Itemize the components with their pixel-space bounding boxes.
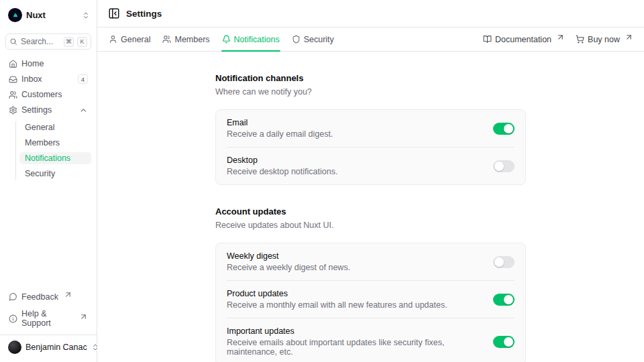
row-text: Weekly digest Receive a weekly digest of…: [227, 251, 350, 272]
sidebar-item-label: Home: [21, 59, 44, 68]
row-title: Desktop: [227, 156, 337, 165]
sidebar-item-home[interactable]: Home: [5, 58, 91, 70]
panel-left-close-icon[interactable]: [108, 7, 120, 19]
row-text: Desktop Receive desktop notifications.: [227, 156, 337, 176]
tabs: General Members Notifications Security: [108, 27, 335, 51]
toggle-knob: [494, 162, 504, 171]
tab-label: General: [121, 35, 150, 44]
gear-icon: [9, 106, 17, 115]
section-description: Where can we notify you?: [215, 87, 526, 97]
settings-card: Email Receive a daily email digest. Desk…: [215, 109, 526, 185]
buy-now-link[interactable]: Buy now: [576, 33, 633, 46]
row-description: Receive a weekly digest of news.: [227, 263, 350, 272]
inbox-icon: [9, 75, 17, 84]
sidebar-item-security[interactable]: Security: [19, 168, 91, 180]
sidebar-item-label: General: [25, 123, 54, 132]
help-support-link[interactable]: Help & Support: [5, 308, 91, 329]
shield-icon: [292, 35, 301, 44]
toggle-knob: [504, 337, 513, 347]
external-link-icon: [625, 33, 633, 42]
workspace-switcher[interactable]: Nuxt: [5, 5, 91, 25]
tab-label: Security: [304, 35, 334, 44]
sidebar-item-label: Customers: [21, 90, 62, 99]
user-menu[interactable]: Benjamin Canac: [5, 335, 91, 357]
page-title: Settings: [126, 9, 162, 19]
search-input[interactable]: Search... ⌘ K: [5, 34, 91, 50]
settings-content: Notification channels Where can we notif…: [97, 52, 644, 362]
kbd-cmd: ⌘: [64, 37, 74, 47]
help-support-label: Help & Support: [21, 309, 74, 328]
sidebar-footer: Feedback Help & Support: [5, 289, 91, 335]
sidebar-item-label: Security: [25, 169, 55, 178]
main-panel: Settings General Members Notifications S…: [97, 0, 644, 362]
tabbar: General Members Notifications Security D…: [97, 27, 644, 52]
tab-security[interactable]: Security: [291, 27, 335, 51]
setting-row-product-updates: Product updates Receive a monthly email …: [227, 280, 515, 318]
search-icon: [9, 38, 17, 46]
toggle-knob: [504, 295, 513, 304]
important-updates-toggle[interactable]: [493, 336, 515, 348]
tab-label: Members: [174, 35, 209, 44]
row-description: Receive a monthly email with all new fea…: [227, 300, 447, 310]
tabbar-actions: Documentation Buy now: [483, 27, 633, 51]
product-updates-toggle[interactable]: [493, 294, 515, 306]
inbox-count-badge: 4: [78, 74, 88, 84]
row-title: Email: [227, 118, 333, 127]
workspace-name: Nuxt: [26, 10, 46, 20]
user-name: Benjamin Canac: [25, 343, 87, 352]
sidebar-item-label: Inbox: [21, 74, 42, 84]
section-description: Receive updates about Nuxt UI.: [215, 221, 526, 230]
external-link-icon: [79, 312, 88, 321]
external-link-icon: [64, 290, 72, 299]
row-description: Receive emails about important updates l…: [227, 338, 482, 357]
feedback-link[interactable]: Feedback: [5, 289, 91, 304]
sidebar-item-label: Notifications: [25, 154, 70, 163]
settings-subnav: General Members Notifications Security: [15, 121, 91, 180]
tab-members[interactable]: Members: [162, 27, 210, 51]
chevron-up-icon: [79, 106, 88, 115]
desktop-toggle[interactable]: [493, 160, 515, 172]
setting-row-important-updates: Important updates Receive emails about i…: [227, 318, 515, 362]
documentation-label: Documentation: [495, 35, 551, 44]
toggle-knob: [504, 124, 513, 133]
sidebar: Nuxt Search... ⌘ K Home Inbox 4 Customer…: [0, 0, 97, 362]
sidebar-spacer: [5, 180, 91, 289]
tab-label: Notifications: [234, 35, 280, 44]
titlebar: Settings: [97, 0, 644, 27]
row-text: Email Receive a daily email digest.: [227, 118, 333, 139]
cart-icon: [576, 35, 584, 44]
sidebar-item-settings[interactable]: Settings: [5, 104, 91, 116]
row-description: Receive a daily email digest.: [227, 129, 333, 139]
sidebar-item-members[interactable]: Members: [19, 137, 91, 149]
toggle-knob: [494, 257, 504, 267]
sidebar-item-label: Settings: [21, 105, 52, 115]
search-placeholder: Search...: [21, 37, 60, 46]
row-title: Weekly digest: [227, 251, 350, 261]
home-icon: [9, 60, 17, 68]
info-circle-icon: [9, 314, 17, 323]
buy-now-label: Buy now: [588, 35, 620, 44]
feedback-label: Feedback: [21, 292, 58, 302]
section-title: Account updates: [215, 206, 526, 217]
external-link-icon: [556, 33, 565, 42]
nuxt-logo-icon: [8, 8, 22, 22]
chat-bubble-icon: [9, 292, 17, 301]
setting-row-desktop: Desktop Receive desktop notifications.: [227, 147, 515, 184]
weekly-digest-toggle[interactable]: [493, 256, 515, 268]
people-icon: [162, 35, 171, 44]
book-open-icon: [483, 35, 492, 44]
sidebar-item-customers[interactable]: Customers: [5, 88, 91, 101]
email-toggle[interactable]: [493, 123, 515, 135]
setting-row-weekly-digest: Weekly digest Receive a weekly digest of…: [227, 243, 515, 280]
settings-card: Weekly digest Receive a weekly digest of…: [215, 243, 526, 362]
tab-notifications[interactable]: Notifications: [221, 27, 280, 51]
sidebar-item-general[interactable]: General: [19, 121, 91, 133]
sidebar-item-notifications[interactable]: Notifications: [19, 152, 91, 164]
bell-icon: [222, 35, 231, 44]
documentation-link[interactable]: Documentation: [483, 33, 565, 46]
row-description: Receive desktop notifications.: [227, 167, 337, 176]
users-icon: [9, 90, 17, 99]
sidebar-item-inbox[interactable]: Inbox 4: [5, 73, 91, 85]
section-notification-channels: Notification channels Where can we notif…: [215, 73, 526, 185]
tab-general[interactable]: General: [108, 27, 151, 51]
